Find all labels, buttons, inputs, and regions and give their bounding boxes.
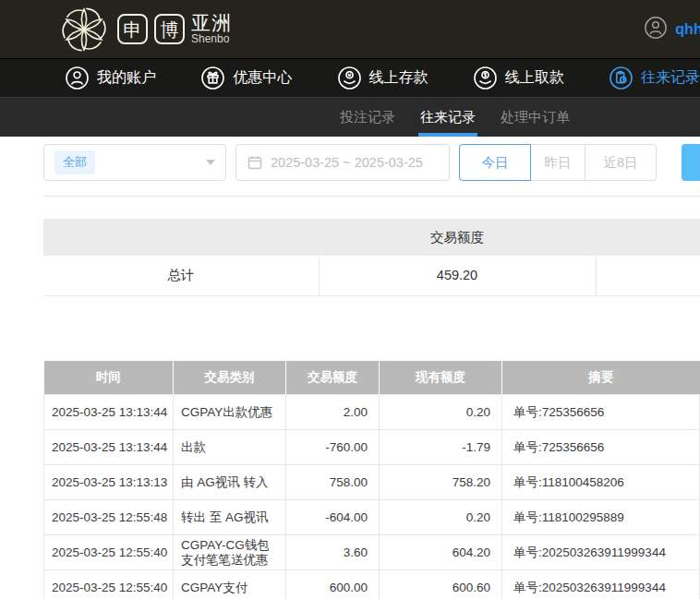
cell-amount: -760.00 xyxy=(286,430,380,465)
cell-time: 2025-03-25 12:55:40 xyxy=(44,570,174,599)
transactions-table: 时间交易类别交易额度现有额度摘要 2025-03-25 13:13:44CGPA… xyxy=(43,361,700,599)
nav-item-label: 优惠中心 xyxy=(233,68,292,88)
avatar-icon xyxy=(644,16,668,43)
quick-button-2[interactable]: 昨日 xyxy=(530,144,585,181)
tab-3[interactable]: 处理中订单 xyxy=(501,98,570,137)
username[interactable]: qhhw2 xyxy=(675,21,700,38)
search-button[interactable] xyxy=(682,144,700,181)
cell-note: 单号:118100458206 xyxy=(502,465,700,500)
cell-balance: 604.20 xyxy=(380,535,502,570)
summary-total-value: 459.20 xyxy=(319,256,596,295)
flower-logo-icon xyxy=(57,3,111,56)
table-row: 2025-03-25 13:13:13由 AG视讯 转入758.00758.20… xyxy=(44,465,700,500)
filter-row: 全部 2025-03-25 ~ 2025-03-25 今日昨日近8日 xyxy=(43,144,700,181)
summary-header-amount: 交易额度 xyxy=(319,219,596,256)
logo-char-bo: 博 xyxy=(154,14,185,44)
gift-icon xyxy=(200,66,225,90)
cell-balance: 600.60 xyxy=(380,570,502,599)
transactions-header-row: 时间交易类别交易额度现有额度摘要 xyxy=(44,361,700,395)
tab-2[interactable]: 往来记录 xyxy=(420,98,476,137)
calendar-icon xyxy=(247,155,262,170)
table-row: 2025-03-25 13:13:44出款-760.00-1.79单号:7253… xyxy=(44,430,700,465)
cell-type: 由 AG视讯 转入 xyxy=(174,465,286,500)
account-icon xyxy=(65,66,90,90)
column-header: 时间 xyxy=(44,361,174,395)
cell-amount: 600.00 xyxy=(286,570,380,599)
user-account[interactable]: qhhw2 xyxy=(644,16,700,43)
cell-type: 转出 至 AG视讯 xyxy=(174,500,286,535)
column-header: 摘要 xyxy=(502,361,700,395)
cell-amount: 3.60 xyxy=(286,535,380,570)
cell-balance: 0.20 xyxy=(380,395,502,430)
cell-amount: 2.00 xyxy=(286,395,380,430)
section-divider xyxy=(43,196,700,197)
table-row: 2025-03-25 12:55:48转出 至 AG视讯-604.000.20单… xyxy=(44,500,700,535)
records-icon xyxy=(609,66,634,90)
cell-note: 单号:202503263911999344 xyxy=(502,570,700,599)
cell-note: 单号:118100295889 xyxy=(502,500,700,535)
nav-item-3[interactable]: 线上存款 xyxy=(337,66,428,90)
top-bar: 申 博 亚洲 Shenbo qhhw2 xyxy=(0,0,700,58)
cell-time: 2025-03-25 13:13:44 xyxy=(44,395,174,430)
summary-header-row: 交易额度 xyxy=(43,219,700,256)
summary-total-extra xyxy=(596,256,700,295)
cell-balance: 758.20 xyxy=(380,465,502,500)
cell-time: 2025-03-25 12:55:40 xyxy=(44,535,174,570)
chevron-down-icon xyxy=(206,160,215,165)
cell-time: 2025-03-25 12:55:48 xyxy=(44,500,174,535)
cell-time: 2025-03-25 13:13:13 xyxy=(44,465,174,500)
table-row: 2025-03-25 13:13:44CGPAY出款优惠2.000.20单号:7… xyxy=(44,395,700,430)
date-range-input[interactable]: 2025-03-25 ~ 2025-03-25 xyxy=(235,144,450,181)
summary-table: 交易额度 总计 459.20 xyxy=(43,219,700,296)
cell-note: 单号:725356656 xyxy=(502,430,700,465)
cell-balance: -1.79 xyxy=(380,430,502,465)
summary-header-empty2 xyxy=(596,219,700,256)
category-select[interactable]: 全部 xyxy=(43,144,226,181)
table-row: 2025-03-25 12:55:40CGPAY支付600.00600.60单号… xyxy=(44,570,700,599)
table-row: 2025-03-25 12:55:40CGPAY-CG钱包支付笔笔送优惠3.60… xyxy=(44,535,700,570)
nav-item-1[interactable]: 我的账户 xyxy=(65,66,156,90)
date-range-value: 2025-03-25 ~ 2025-03-25 xyxy=(271,155,423,170)
summary-total-label: 总计 xyxy=(43,256,319,295)
cell-time: 2025-03-25 13:13:44 xyxy=(44,430,174,465)
deposit-icon xyxy=(337,66,362,90)
transactions-body: 2025-03-25 13:13:44CGPAY出款优惠2.000.20单号:7… xyxy=(44,395,700,599)
cell-amount: 758.00 xyxy=(286,465,380,500)
category-tag[interactable]: 全部 xyxy=(54,150,95,174)
cell-type: CGPAY出款优惠 xyxy=(174,395,286,430)
quick-button-1[interactable]: 今日 xyxy=(459,144,531,181)
summary-header-empty xyxy=(43,219,319,256)
logo-char-shen: 申 xyxy=(117,14,148,44)
brand-logo[interactable]: 申 博 亚洲 Shenbo xyxy=(57,3,232,56)
nav-item-2[interactable]: 优惠中心 xyxy=(200,66,292,90)
withdraw-icon xyxy=(473,66,498,90)
nav-item-label: 往来记录 xyxy=(641,68,700,88)
sub-nav: 投注记录往来记录处理中订单 xyxy=(0,97,700,137)
nav-item-5[interactable]: 往来记录 xyxy=(609,66,700,90)
nav-item-4[interactable]: 线上取款 xyxy=(473,66,564,90)
tab-1[interactable]: 投注记录 xyxy=(340,98,395,137)
column-header: 现有额度 xyxy=(380,361,502,395)
nav-item-label: 线上存款 xyxy=(369,68,428,88)
column-header: 交易额度 xyxy=(286,361,380,395)
cell-type: CGPAY-CG钱包支付笔笔送优惠 xyxy=(174,535,286,570)
quick-date-buttons: 今日昨日近8日 xyxy=(459,144,657,181)
main-nav: 我的账户优惠中心线上存款线上取款往来记录 xyxy=(0,58,700,97)
quick-button-3[interactable]: 近8日 xyxy=(585,144,657,181)
cell-amount: -604.00 xyxy=(286,500,380,535)
logo-en: Shenbo xyxy=(191,33,232,45)
cell-note: 单号:202503263911999344 xyxy=(502,535,700,570)
logo-region: 亚洲 xyxy=(191,13,232,33)
column-header: 交易类别 xyxy=(174,361,286,395)
cell-note: 单号:725356656 xyxy=(502,395,700,430)
nav-item-label: 线上取款 xyxy=(505,68,564,88)
nav-item-label: 我的账户 xyxy=(97,68,156,88)
cell-type: CGPAY支付 xyxy=(174,570,286,599)
cell-balance: 0.20 xyxy=(380,500,502,535)
summary-total-row: 总计 459.20 xyxy=(43,256,700,295)
cell-type: 出款 xyxy=(174,430,286,465)
